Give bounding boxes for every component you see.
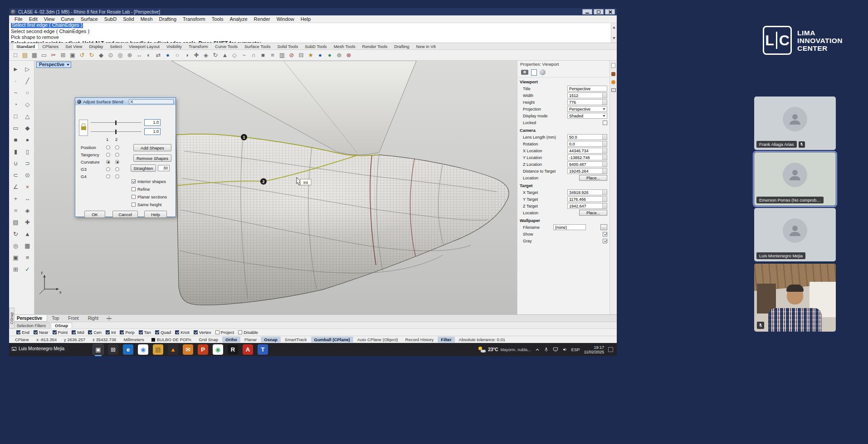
offset-tool-icon[interactable]: ◈ [22, 205, 33, 216]
menu-item[interactable]: Window [274, 16, 297, 22]
copy-icon[interactable]: ⊞ [59, 51, 68, 60]
boolean-intersect-icon[interactable]: ⊂ [10, 169, 21, 180]
layers-icon[interactable]: ≡ [268, 51, 277, 60]
sun-icon[interactable] [611, 80, 615, 84]
surface-tool-icon[interactable]: ◆ [22, 122, 33, 133]
properties-tab-viewport-icon[interactable] [531, 69, 537, 76]
open-file-icon[interactable]: ▤ [20, 51, 29, 60]
property-value[interactable]: 1942.647 [567, 203, 607, 209]
slider-handle[interactable] [115, 130, 117, 134]
move-tool-icon[interactable]: ✚ [22, 217, 33, 227]
property-value[interactable]: 50.0 [567, 134, 607, 140]
copy-object-icon[interactable]: ◈ [201, 51, 210, 60]
save-icon[interactable]: ▦ [30, 51, 39, 60]
property-value[interactable]: 44346.734 [567, 148, 607, 154]
status-item[interactable]: Planar [241, 337, 260, 343]
mirror-tool-icon[interactable]: ◎ [10, 240, 21, 251]
lock-icon[interactable]: ⊟ [297, 51, 306, 60]
material-sphere-green-icon[interactable]: ● [325, 51, 334, 60]
blend-value-1[interactable]: 1.0 [144, 119, 161, 126]
property-value[interactable] [603, 239, 607, 243]
delete-icon[interactable]: ⊗ [344, 51, 353, 60]
paste-icon[interactable]: ▣ [68, 51, 77, 60]
volume-icon[interactable] [562, 347, 567, 352]
weather-widget[interactable]: 23°C Mayorm. nubla... [478, 347, 531, 353]
microphone-icon[interactable] [544, 347, 549, 352]
blend-handle-1[interactable]: 1 [241, 134, 247, 140]
continuity-radio-1[interactable] [106, 167, 110, 171]
property-value[interactable]: 9400.487 [567, 161, 607, 167]
scale-tool-icon[interactable]: ▲ [22, 228, 33, 239]
continuity-radio-1[interactable] [106, 153, 110, 157]
command-scrollbar[interactable] [611, 23, 617, 43]
status-item[interactable]: Auto CPlane (Object) [354, 337, 401, 343]
viewport-tab[interactable]: Perspective [12, 315, 47, 322]
notification-center-icon[interactable] [608, 347, 613, 352]
toolbar-tab[interactable]: Curve Tools [212, 43, 241, 49]
property-value[interactable] [603, 121, 607, 125]
toolbar-tab[interactable]: Solid Tools [274, 43, 301, 49]
menu-item[interactable]: Transform [180, 16, 208, 22]
set-view-icon[interactable]: ⇄ [154, 51, 163, 60]
rhino-active-app-icon[interactable]: ▣ [93, 344, 103, 355]
status-item[interactable]: Gumball (CPlane) [311, 337, 353, 343]
continuity-radio-2[interactable] [115, 153, 119, 157]
menu-item[interactable]: SubD [102, 16, 120, 22]
minimize-button[interactable] [582, 9, 592, 14]
toolbar-tab[interactable]: New in V8 [413, 43, 439, 49]
property-value[interactable]: 19245.264 [567, 168, 607, 174]
render-icon[interactable]: ★ [306, 51, 315, 60]
blend-slider-2[interactable] [91, 129, 141, 135]
polygon-tool-icon[interactable]: △ [22, 111, 33, 121]
continuity-radio-2[interactable] [115, 160, 119, 164]
straighten-value-field[interactable]: 30 [158, 165, 170, 171]
command-prompt[interactable]: Select control point to adjust. Hold ALT… [11, 40, 617, 43]
box-tool-icon[interactable]: ■ [10, 134, 21, 145]
continuity-radio-1[interactable] [106, 174, 110, 179]
continuity-radio-2[interactable] [115, 167, 119, 171]
status-item[interactable]: Ortho [222, 337, 240, 343]
pan-icon[interactable]: ↔ [135, 51, 144, 60]
menu-item[interactable]: Surface [78, 16, 101, 22]
hide-icon[interactable]: ⊘ [287, 51, 296, 60]
print-icon[interactable]: ▭ [39, 51, 49, 60]
ok-button[interactable]: OK [84, 211, 105, 218]
menu-item[interactable]: Render [251, 16, 273, 22]
fillet-tool-icon[interactable]: ⊙ [22, 169, 33, 180]
surface-tools-icon[interactable]: ∩ [249, 51, 258, 60]
solid-tools-icon[interactable]: ■ [258, 51, 268, 60]
rotate-icon[interactable]: ↻ [211, 51, 220, 60]
clock[interactable]: 19:17 11/02/2025 [584, 345, 604, 354]
osnap-checkbox[interactable]: Knot [175, 330, 190, 335]
display-icon[interactable] [611, 88, 616, 92]
object-properties-icon[interactable]: ▥ [278, 51, 287, 60]
osnap-checkbox[interactable]: Near [34, 330, 49, 335]
dimension-tool-icon[interactable]: ▦ [22, 240, 33, 251]
property-value[interactable]: 1176.466 [567, 196, 607, 202]
plane-tool-icon[interactable]: ▭ [10, 122, 21, 133]
toolbar-tab[interactable]: CPlanes [39, 43, 62, 49]
continuity-radio-1[interactable] [106, 145, 110, 150]
status-item[interactable]: SmartTrack [282, 337, 310, 343]
panel-tab[interactable]: Selection Filters [13, 323, 50, 328]
dialog-checkbox[interactable]: Interior shapes [132, 178, 167, 185]
select-tool-icon[interactable]: ► [10, 63, 21, 74]
split-tool-icon[interactable]: + [10, 193, 21, 204]
continuity-radio-2[interactable] [115, 145, 119, 150]
panel-tab[interactable]: OSnap [51, 323, 72, 328]
gumball-toggle-icon[interactable]: ✓ [22, 264, 33, 275]
toolbar-tab[interactable]: Set View [62, 43, 85, 49]
osnap-checkbox[interactable]: Vertex [194, 330, 211, 335]
property-value[interactable] [603, 232, 607, 236]
ghosted-view-icon[interactable]: ◑ [182, 51, 191, 60]
dialog-title-bar[interactable]: Adjust Surface Blend [75, 98, 176, 105]
tools-app-icon[interactable]: ⊠ [108, 344, 118, 355]
arc-tool-icon[interactable]: ◔ [10, 99, 21, 110]
status-item[interactable]: Grid Snap [195, 337, 221, 343]
viewport-grid-icon[interactable] [107, 316, 112, 321]
menu-item[interactable]: Solid [120, 16, 137, 22]
maximize-button[interactable] [594, 9, 604, 14]
redo-icon[interactable]: ↻ [87, 51, 96, 60]
status-item[interactable]: CPlane [12, 337, 32, 343]
tray-expand-icon[interactable] [535, 347, 540, 352]
